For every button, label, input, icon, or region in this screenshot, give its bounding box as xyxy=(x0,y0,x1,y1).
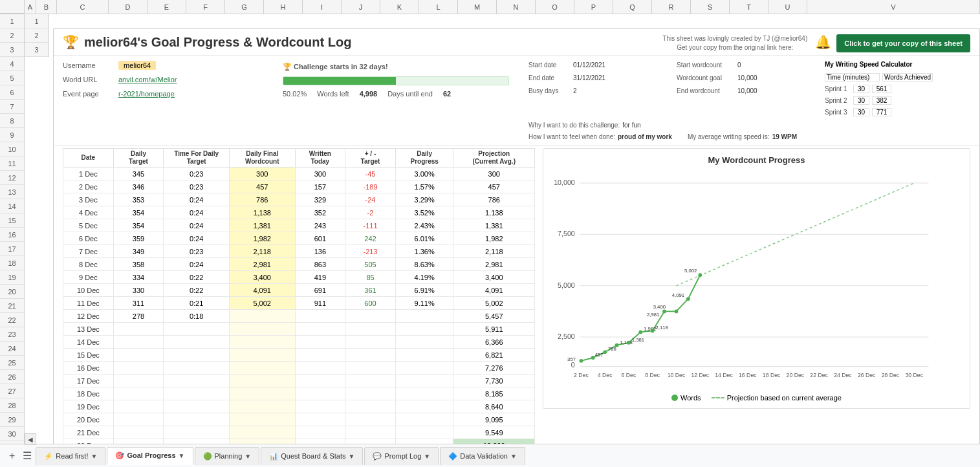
svg-text:10 Dec: 10 Dec xyxy=(668,372,686,378)
row-num-2: 2 xyxy=(0,28,24,43)
tab-read-first-label: Read first! xyxy=(56,452,88,460)
td-time xyxy=(164,413,230,426)
spreadsheet-app: A B C D E F G H I J K L M N O P Q R S T … xyxy=(0,0,980,467)
td-daily-progress xyxy=(395,336,453,349)
end-date-value: 31/12/2021 xyxy=(573,74,605,81)
td-final-wc: 4,091 xyxy=(229,284,295,297)
td-time: 0:18 xyxy=(164,310,230,323)
td-final-wc xyxy=(229,323,295,336)
td-date: 18 Dec xyxy=(63,387,114,400)
td-date: 14 Dec xyxy=(63,336,114,349)
td-written xyxy=(295,413,345,426)
td-plus-minus: -189 xyxy=(345,180,396,193)
td-projection: 9,549 xyxy=(453,426,535,439)
tab-planning[interactable]: 🟢 Planning ▼ xyxy=(195,447,260,465)
time-minutes-label: Time (minutes) xyxy=(825,73,880,81)
td-time: 0:23 xyxy=(164,245,230,258)
row-num-5: 5 xyxy=(0,71,24,85)
row-num-21: 21 xyxy=(0,299,24,313)
td-plus-minus xyxy=(345,375,396,387)
td-date: 19 Dec xyxy=(63,400,114,413)
col-header-plus-minus: + / -Target xyxy=(345,149,396,168)
td-projection: 8,185 xyxy=(453,387,535,400)
tab-goal-progress[interactable]: 🎯 Goal Progress ▼ xyxy=(107,447,193,465)
tab-read-first-icon: ⚡ xyxy=(44,452,53,461)
td-date: 8 Dec xyxy=(63,258,114,271)
tab-prompt-log[interactable]: 💬 Prompt Log ▼ xyxy=(364,447,439,465)
scroll-left-button[interactable]: ◀ xyxy=(25,433,36,445)
td-final-wc xyxy=(229,387,295,400)
row-num-30: 30 xyxy=(0,427,24,441)
row-num-28: 28 xyxy=(0,398,24,413)
tab-data-validation[interactable]: 🔷 Data Validation ▼ xyxy=(440,447,525,465)
table-row: 16 Dec 7,276 xyxy=(63,362,535,375)
row-num-3: 3 xyxy=(0,43,24,57)
sheet-menu-button[interactable]: ☰ xyxy=(19,447,36,464)
tab-quest-board[interactable]: 📊 Quest Board & Stats ▼ xyxy=(261,447,363,465)
copy-sheet-button[interactable]: Click to get your copy of this sheet xyxy=(836,34,970,52)
td-written: 300 xyxy=(295,168,345,180)
sprint3-label: Sprint 3 xyxy=(825,109,851,116)
data-table: Date DailyTarget Time For DailyTarget Da… xyxy=(63,148,535,445)
td-plus-minus: 242 xyxy=(345,232,396,245)
td-time: 0:24 xyxy=(164,219,230,232)
svg-text:2,500: 2,500 xyxy=(558,332,575,340)
tab-goal-progress-icon: 🎯 xyxy=(115,451,124,460)
row-num-23: 23 xyxy=(0,327,24,342)
table-row: 17 Dec 7,730 xyxy=(63,375,535,387)
td-written: 691 xyxy=(295,284,345,297)
svg-text:14 Dec: 14 Dec xyxy=(715,372,733,378)
td-written: 243 xyxy=(295,219,345,232)
sprint2-label: Sprint 2 xyxy=(825,97,851,104)
td-written xyxy=(295,323,345,336)
words-achieved-label: Words Achieved xyxy=(882,73,933,81)
tab-prompt-log-icon: 💬 xyxy=(373,452,382,461)
table-row: 15 Dec 6,821 xyxy=(63,349,535,362)
world-url-value[interactable]: anvil.com/w/Melior xyxy=(118,76,177,83)
td-daily-target xyxy=(113,323,164,336)
table-row: 12 Dec 278 0:18 5,457 xyxy=(63,310,535,323)
td-projection: 7,276 xyxy=(453,362,535,375)
td-written xyxy=(295,362,345,375)
td-projection: 3,400 xyxy=(453,271,535,284)
svg-text:2,118: 2,118 xyxy=(656,325,668,331)
row-num-12: 12 xyxy=(0,171,24,185)
td-daily-target: 359 xyxy=(113,232,164,245)
td-plus-minus xyxy=(345,413,396,426)
svg-point-32 xyxy=(627,341,631,345)
chart-container: My Wordcount Progress 10,000 7,500 5,000… xyxy=(543,148,970,409)
td-date: 17 Dec xyxy=(63,375,114,387)
td-time: 0:22 xyxy=(164,284,230,297)
td-daily-progress: 3.29% xyxy=(395,193,453,206)
add-sheet-button[interactable]: + xyxy=(5,448,19,464)
td-daily-target xyxy=(113,349,164,362)
event-page-value[interactable]: r-2021/homepage xyxy=(118,90,175,98)
td-projection: 1,982 xyxy=(453,232,535,245)
table-row: 6 Dec 359 0:24 1,982 601 242 6.01% 1,982 xyxy=(63,232,535,245)
td-date: 5 Dec xyxy=(63,219,114,232)
days-until-end-value: 62 xyxy=(443,90,451,98)
tab-read-first[interactable]: ⚡ Read first! ▼ xyxy=(36,447,105,465)
col-header-projection: Projection(Current Avg.) xyxy=(453,149,535,168)
td-time: 0:21 xyxy=(164,297,230,310)
td-date: 10 Dec xyxy=(63,284,114,297)
tab-bar: + ☰ ⚡ Read first! ▼ 🎯 Goal Progress ▼ 🟢 … xyxy=(0,444,980,467)
td-daily-progress xyxy=(395,349,453,362)
td-date: 9 Dec xyxy=(63,271,114,284)
sprint1-minutes: 30 xyxy=(853,85,869,93)
col-header-e: E xyxy=(147,0,186,14)
td-plus-minus xyxy=(345,323,396,336)
svg-point-34 xyxy=(638,330,642,334)
td-written: 911 xyxy=(295,297,345,310)
sprint1-label: Sprint 1 xyxy=(825,85,851,92)
col-header-daily-final-wc: Daily FinalWordcount xyxy=(229,149,295,168)
td-plus-minus: -24 xyxy=(345,193,396,206)
td-projection: 2,118 xyxy=(453,245,535,258)
col-header-h: H xyxy=(264,0,303,14)
td-time xyxy=(164,426,230,439)
td-daily-progress: 1.57% xyxy=(395,180,453,193)
legend-projection: Projection based on current average xyxy=(712,394,842,402)
row-numbers: 1 2 3 4 5 6 7 8 9 10 11 12 13 14 15 16 1… xyxy=(0,14,25,445)
td-daily-target xyxy=(113,400,164,413)
col-header-p: P xyxy=(574,0,613,14)
